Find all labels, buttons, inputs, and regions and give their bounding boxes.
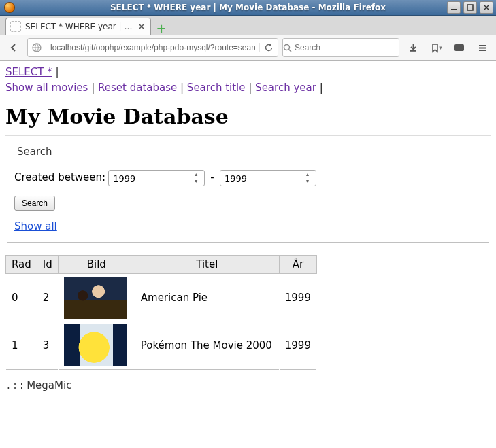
- link-search-year[interactable]: Search year: [255, 82, 316, 94]
- hamburger-menu-button[interactable]: [473, 38, 492, 57]
- divider: [5, 135, 491, 136]
- bookmarks-menu-button[interactable]: ▾: [427, 38, 446, 57]
- downloads-button[interactable]: [403, 38, 423, 57]
- footer-text: . : : MegaMic: [7, 379, 489, 392]
- spinner-icon[interactable]: ▴▾: [306, 172, 313, 184]
- svg-rect-5: [410, 50, 416, 52]
- table-row: 1 3 Pokémon The Movie 2000 1999: [6, 322, 317, 370]
- col-ar: År: [279, 256, 316, 274]
- window-close-button[interactable]: [480, 1, 493, 14]
- url-input[interactable]: [46, 43, 259, 52]
- firefox-icon: [4, 2, 15, 13]
- link-show-all[interactable]: Show all: [14, 220, 482, 232]
- nav-links: SELECT * | Show all movies | Reset datab…: [5, 65, 491, 95]
- link-select-all[interactable]: SELECT *: [5, 66, 52, 78]
- cell-titel: American Pie: [135, 274, 279, 322]
- col-bild: Bild: [58, 256, 135, 274]
- separator: |: [56, 66, 59, 78]
- cell-bild: [58, 274, 135, 322]
- window-maximize-button[interactable]: [463, 1, 477, 14]
- table-row: 0 2 American Pie 1999: [6, 274, 317, 322]
- extension-button[interactable]: [450, 38, 469, 57]
- movie-thumbnail: [64, 277, 127, 319]
- tab-strip: SELECT * WHERE year | My … +: [0, 16, 496, 35]
- svg-point-3: [284, 44, 290, 50]
- site-identity-icon[interactable]: [28, 43, 46, 52]
- window-titlebar: SELECT * WHERE year | My Movie Database …: [0, 0, 496, 16]
- cell-bild: [58, 322, 135, 370]
- window-title: SELECT * WHERE year | My Movie Database …: [0, 3, 496, 12]
- nav-toolbar: ▾: [0, 35, 496, 61]
- svg-rect-6: [454, 44, 464, 51]
- separator: |: [248, 82, 255, 94]
- cell-titel: Pokémon The Movie 2000: [135, 322, 279, 370]
- col-rad: Rad: [6, 256, 37, 274]
- between-label: Created between:: [14, 171, 105, 184]
- cell-id: 3: [37, 322, 58, 370]
- tab-favicon: [10, 21, 21, 32]
- search-icon: [283, 44, 292, 52]
- search-fieldset: Search Created between: 1999 ▴▾ - 1999 ▴…: [7, 145, 489, 243]
- tab-label: SELECT * WHERE year | My …: [25, 22, 133, 31]
- col-titel: Titel: [135, 256, 279, 274]
- search-bar[interactable]: [282, 38, 399, 57]
- page-content: SELECT * | Show all movies | Reset datab…: [0, 61, 496, 415]
- year-from-value: 1999: [113, 173, 135, 184]
- separator: |: [180, 82, 187, 94]
- cell-ar: 1999: [279, 274, 316, 322]
- spinner-icon[interactable]: ▴▾: [195, 172, 201, 184]
- year-to-value: 1999: [225, 173, 247, 184]
- col-id: Id: [37, 256, 58, 274]
- year-to-select[interactable]: 1999 ▴▾: [220, 170, 316, 186]
- search-legend: Search: [14, 145, 55, 158]
- search-input[interactable]: [292, 43, 399, 52]
- window-minimize-button[interactable]: [447, 1, 461, 14]
- link-reset-database[interactable]: Reset database: [98, 82, 177, 94]
- svg-rect-1: [467, 5, 473, 10]
- table-header-row: Rad Id Bild Titel År: [6, 256, 317, 274]
- back-button[interactable]: [4, 38, 23, 57]
- movie-thumbnail: [64, 324, 127, 366]
- search-button[interactable]: Search: [14, 196, 55, 211]
- browser-tab[interactable]: SELECT * WHERE year | My …: [5, 18, 151, 35]
- cell-ar: 1999: [279, 322, 316, 370]
- cell-id: 2: [37, 274, 58, 322]
- tab-close-icon[interactable]: [137, 22, 146, 31]
- page-title: My Movie Database: [5, 105, 491, 128]
- url-bar[interactable]: [27, 38, 278, 57]
- year-from-select[interactable]: 1999 ▴▾: [108, 170, 205, 186]
- svg-rect-0: [451, 9, 457, 10]
- dash: -: [208, 171, 216, 184]
- separator: |: [320, 82, 323, 94]
- link-show-all-movies[interactable]: Show all movies: [5, 82, 88, 94]
- link-search-title[interactable]: Search title: [187, 82, 246, 94]
- new-tab-button[interactable]: +: [154, 21, 169, 35]
- cell-rad: 0: [6, 274, 37, 322]
- separator: |: [91, 82, 98, 94]
- cell-rad: 1: [6, 322, 37, 370]
- svg-line-4: [289, 49, 292, 52]
- reload-button[interactable]: [259, 43, 278, 52]
- chevron-down-icon: ▾: [439, 44, 442, 51]
- results-table: Rad Id Bild Titel År 0 2 American Pie 19…: [5, 255, 317, 370]
